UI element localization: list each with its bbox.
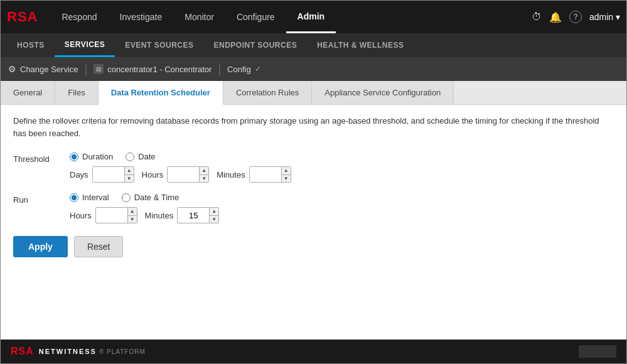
- hours-arrows-run: ▲ ▼: [127, 208, 137, 223]
- hours-label-threshold: Hours: [142, 170, 164, 179]
- threshold-spinners: Days ▲ ▼ Hours: [70, 166, 291, 183]
- hours-input-threshold[interactable]: [168, 167, 199, 182]
- user-menu[interactable]: admin ▾: [589, 12, 620, 22]
- minutes-spinner-threshold[interactable]: ▲ ▼: [249, 166, 291, 183]
- sub-navigation: HOSTS SERVICES EVENT SOURCES ENDPOINT SO…: [1, 33, 626, 57]
- threshold-date-radio[interactable]: [126, 153, 134, 161]
- hours-spinner-threshold[interactable]: ▲ ▼: [167, 166, 209, 183]
- hours-spinner-group-threshold: Hours ▲ ▼: [142, 166, 210, 183]
- separator-1: |: [85, 63, 88, 76]
- run-interval-radio[interactable]: [70, 193, 78, 202]
- nav-respond[interactable]: Respond: [50, 1, 108, 33]
- minutes-arrows-run: ▲ ▼: [209, 208, 218, 223]
- threshold-duration-radio[interactable]: [70, 153, 78, 161]
- footer-netwitness: NETWITNESS: [39, 348, 97, 355]
- run-label: Run: [13, 193, 70, 205]
- change-service-label[interactable]: Change Service: [20, 65, 78, 74]
- service-name-item: ▤ concentrator1 - Concentrator: [94, 64, 212, 74]
- run-radio-group: Interval Date & Time: [70, 193, 219, 202]
- help-icon[interactable]: ?: [569, 11, 582, 23]
- minutes-up-arrow-run[interactable]: ▲: [210, 208, 218, 216]
- days-input[interactable]: [93, 167, 124, 182]
- hours-spinner-group-run: Hours ▲ ▼: [70, 207, 137, 223]
- separator-2: |: [218, 63, 221, 76]
- reset-button[interactable]: Reset: [74, 236, 124, 257]
- rsa-logo: RSA: [7, 9, 38, 25]
- hours-label-run: Hours: [70, 211, 92, 220]
- minutes-up-arrow-threshold[interactable]: ▲: [282, 167, 291, 175]
- threshold-date-label: Date: [138, 152, 155, 161]
- tab-bar: General Files Data Retention Scheduler C…: [1, 81, 626, 105]
- subnav-endpoint-sources[interactable]: ENDPOINT SOURCES: [204, 33, 308, 57]
- bell-icon[interactable]: 🔔: [549, 11, 562, 23]
- nav-configure[interactable]: Configure: [225, 1, 286, 33]
- minutes-input-run[interactable]: 15: [178, 208, 209, 223]
- minutes-label-run: Minutes: [145, 211, 174, 220]
- change-service-button[interactable]: ⚙ Change Service: [8, 64, 78, 74]
- hours-down-arrow-threshold[interactable]: ▼: [200, 175, 208, 183]
- minutes-label-threshold: Minutes: [217, 170, 245, 179]
- run-row: Run Interval Date & Time Hours: [13, 193, 614, 223]
- tab-files[interactable]: Files: [55, 81, 98, 104]
- minutes-spinner-group-run: Minutes 15 ▲ ▼: [145, 207, 219, 223]
- config-label: Config: [227, 65, 251, 74]
- footer-right-block: [579, 345, 616, 358]
- run-interval-label: Interval: [82, 193, 109, 202]
- clock-icon[interactable]: ⏱: [532, 11, 542, 23]
- nav-monitor[interactable]: Monitor: [173, 1, 225, 33]
- hours-input-run[interactable]: [96, 208, 127, 223]
- hours-spinner-run[interactable]: ▲ ▼: [95, 207, 137, 223]
- minutes-spinner-run[interactable]: 15 ▲ ▼: [177, 207, 219, 223]
- tab-data-retention-scheduler[interactable]: Data Retention Scheduler: [99, 81, 223, 105]
- threshold-radio-group: Duration Date: [70, 152, 291, 161]
- nav-investigate[interactable]: Investigate: [109, 1, 174, 33]
- service-name-label: concentrator1 - Concentrator: [107, 65, 212, 74]
- tab-appliance-service-configuration[interactable]: Appliance Service Configuration: [312, 81, 454, 104]
- nav-admin[interactable]: Admin: [286, 1, 336, 33]
- threshold-row: Threshold Duration Date Days: [13, 152, 614, 183]
- days-spinner-group: Days ▲ ▼: [70, 166, 134, 183]
- threshold-label: Threshold: [13, 152, 70, 164]
- minutes-arrows-threshold: ▲ ▼: [281, 167, 291, 182]
- tab-correlation-rules[interactable]: Correlation Rules: [223, 81, 312, 104]
- description-text: Define the rollover criteria for removin…: [13, 115, 614, 139]
- concentrator-icon: ▤: [94, 64, 104, 74]
- apply-button[interactable]: Apply: [13, 236, 68, 257]
- config-check-icon: ✓: [255, 65, 261, 73]
- hours-down-arrow-run[interactable]: ▼: [128, 216, 137, 223]
- minutes-input-threshold[interactable]: [250, 167, 281, 182]
- days-up-arrow[interactable]: ▲: [125, 167, 134, 175]
- minutes-down-arrow-run[interactable]: ▼: [210, 216, 218, 223]
- threshold-date-option[interactable]: Date: [126, 152, 155, 161]
- threshold-duration-label: Duration: [82, 152, 113, 161]
- run-date-time-radio[interactable]: [122, 193, 131, 202]
- days-spinner[interactable]: ▲ ▼: [92, 166, 134, 183]
- nav-right-icons: ⏱ 🔔 ? admin ▾: [532, 11, 620, 23]
- minutes-down-arrow-threshold[interactable]: ▼: [282, 175, 291, 183]
- subnav-event-sources[interactable]: EVENT SOURCES: [115, 33, 203, 57]
- subnav-hosts[interactable]: HOSTS: [7, 33, 55, 57]
- footer: RSA NETWITNESS ® PLATFORM: [1, 340, 626, 363]
- service-bar: ⚙ Change Service | ▤ concentrator1 - Con…: [1, 57, 626, 81]
- hours-arrows-threshold: ▲ ▼: [199, 167, 208, 182]
- subnav-health-wellness[interactable]: HEALTH & WELLNESS: [307, 33, 414, 57]
- nav-items: Respond Investigate Monitor Configure Ad…: [50, 1, 532, 33]
- run-interval-option[interactable]: Interval: [70, 193, 109, 202]
- top-navigation: RSA Respond Investigate Monitor Configur…: [1, 1, 626, 33]
- footer-logo: RSA: [11, 346, 36, 357]
- hours-up-arrow-threshold[interactable]: ▲: [200, 167, 208, 175]
- button-row: Apply Reset: [13, 236, 614, 257]
- config-item[interactable]: Config ✓: [227, 65, 261, 74]
- days-down-arrow[interactable]: ▼: [125, 175, 134, 183]
- content-area: Define the rollover criteria for removin…: [1, 105, 626, 340]
- footer-platform: ® PLATFORM: [99, 348, 146, 355]
- subnav-services[interactable]: SERVICES: [55, 33, 115, 57]
- days-label: Days: [70, 170, 88, 179]
- tab-general[interactable]: General: [1, 81, 55, 104]
- run-date-time-label: Date & Time: [134, 193, 180, 202]
- change-service-icon: ⚙: [8, 64, 16, 74]
- threshold-duration-option[interactable]: Duration: [70, 152, 113, 161]
- hours-up-arrow-run[interactable]: ▲: [128, 208, 137, 216]
- run-date-time-option[interactable]: Date & Time: [122, 193, 180, 202]
- minutes-spinner-group-threshold: Minutes ▲ ▼: [217, 166, 291, 183]
